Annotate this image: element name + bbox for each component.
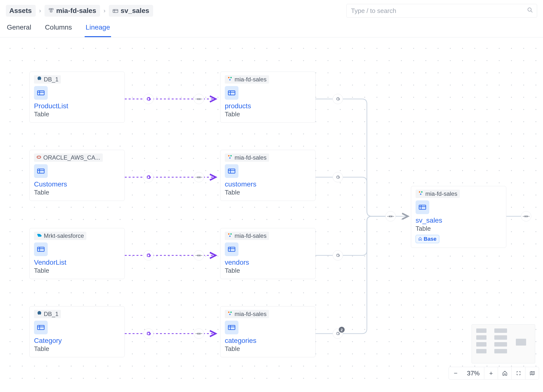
table-icon: [225, 164, 238, 178]
pipeline-gear-icon[interactable]: [333, 172, 343, 182]
home-button[interactable]: [498, 367, 511, 379]
svg-point-41: [229, 314, 231, 315]
base-badge: Base: [416, 235, 439, 243]
map-button[interactable]: [525, 367, 539, 379]
lineage-node-vendors[interactable]: mia-fd-sales vendors Table: [220, 228, 316, 279]
svg-point-40: [230, 312, 232, 313]
pipeline-gear-icon[interactable]: [333, 94, 343, 104]
node-type: Table: [225, 110, 311, 118]
lineage-node-category[interactable]: DB_1 Category Table: [29, 306, 125, 357]
count-badge: 2: [339, 327, 345, 333]
table-icon: [34, 164, 48, 178]
tab-lineage[interactable]: Lineage: [85, 20, 111, 37]
schema-color-icon: [418, 190, 423, 197]
svg-rect-48: [419, 205, 426, 209]
node-source-label: mia-fd-sales: [425, 190, 457, 197]
node-type: Table: [34, 189, 120, 196]
svg-rect-30: [228, 169, 235, 173]
table-icon: [225, 242, 238, 256]
node-source-label: mia-fd-sales: [235, 311, 267, 317]
tab-columns[interactable]: Columns: [44, 20, 73, 37]
search-input[interactable]: [351, 7, 527, 15]
zoom-level: 37%: [463, 370, 484, 377]
node-source-label: ORACLE_AWS_CA...: [43, 154, 100, 161]
svg-point-45: [419, 191, 420, 193]
node-type: Table: [34, 267, 120, 274]
base-badge-label: Base: [424, 236, 437, 242]
postgres-icon: [36, 311, 42, 317]
node-title: Customers: [34, 180, 120, 188]
chevron-right-icon: ›: [39, 7, 41, 14]
node-title: Category: [34, 337, 120, 345]
node-title: ProductList: [34, 102, 120, 110]
table-icon: [34, 321, 48, 334]
expand-downstream-icon[interactable]: ⇥⇤: [521, 211, 531, 221]
lineage-node-customers[interactable]: mia-fd-sales customers Table: [220, 150, 316, 201]
tabs: General Columns Lineage: [0, 20, 543, 37]
chevron-right-icon: ›: [103, 7, 105, 14]
table-icon: [113, 7, 118, 15]
breadcrumb-mid-label: mia-fd-sales: [56, 7, 96, 15]
svg-rect-36: [228, 247, 235, 251]
lineage-node-productlist[interactable]: DB_1 ProductList Table: [29, 72, 125, 123]
schema-color-icon: [227, 232, 233, 239]
svg-rect-15: [37, 247, 44, 251]
node-type: Table: [225, 345, 311, 353]
svg-rect-3: [113, 10, 118, 13]
svg-line-7: [531, 11, 532, 12]
svg-rect-24: [228, 91, 235, 95]
node-title: categories: [225, 337, 311, 345]
transform-gear-icon[interactable]: [143, 172, 154, 182]
salesforce-icon: [36, 232, 42, 239]
node-title: products: [225, 102, 311, 110]
lineage-node-vendorlist[interactable]: Mrkt-salesforce VendorList Table: [29, 228, 125, 279]
svg-rect-8: [37, 91, 44, 95]
node-title: sv_sales: [416, 217, 502, 224]
svg-point-47: [420, 194, 421, 195]
svg-point-21: [228, 77, 230, 78]
node-type: Table: [34, 345, 120, 353]
home-icon: [418, 236, 422, 242]
transform-gear-icon[interactable]: [143, 328, 154, 339]
breadcrumb-leaf[interactable]: sv_sales: [109, 5, 153, 17]
table-icon: [34, 242, 48, 256]
join-icon[interactable]: ⇥⇤: [194, 328, 204, 339]
node-source-label: mia-fd-sales: [235, 232, 267, 239]
svg-rect-18: [37, 325, 44, 330]
lineage-node-customers-source[interactable]: ORACLE_AWS_CA... Customers Table: [29, 150, 125, 201]
svg-point-34: [230, 233, 232, 235]
join-icon[interactable]: ⇥⇤: [194, 172, 204, 182]
zoom-in-button[interactable]: +: [484, 367, 498, 379]
table-icon: [34, 86, 48, 100]
transform-gear-icon[interactable]: [143, 250, 154, 261]
oracle-icon: [36, 154, 41, 161]
zoom-toolbar: − 37% +: [449, 367, 539, 380]
join-icon[interactable]: ⇥⇤: [385, 211, 396, 221]
svg-rect-0: [49, 9, 51, 10]
node-title: vendors: [225, 259, 311, 266]
lineage-node-products[interactable]: mia-fd-sales products Table: [220, 72, 316, 123]
minimap[interactable]: [472, 324, 535, 363]
search-box[interactable]: [346, 4, 537, 18]
node-type: Table: [225, 189, 311, 196]
zoom-out-button[interactable]: −: [449, 367, 463, 379]
join-icon[interactable]: ⇥⇤: [194, 94, 204, 104]
node-title: VendorList: [34, 259, 120, 266]
breadcrumb-mid[interactable]: mia-fd-sales: [45, 5, 100, 17]
search-icon: [527, 7, 533, 15]
node-type: Table: [34, 110, 120, 118]
breadcrumb-root[interactable]: Assets: [6, 5, 36, 17]
header-bar: Assets › mia-fd-sales › sv_sales: [0, 0, 543, 20]
svg-rect-11: [37, 156, 41, 158]
lineage-canvas[interactable]: ⇥⇤ ⇥⇤ ⇥⇤ ⇥⇤ 2 ⇥⇤ ⇥⇤ DB_1 ProductList Tab…: [0, 37, 543, 383]
lineage-node-sv-sales[interactable]: mia-fd-sales sv_sales Table Base: [411, 186, 506, 248]
node-source-label: DB_1: [44, 311, 58, 317]
lineage-node-categories[interactable]: mia-fd-sales categories Table: [220, 306, 316, 357]
fullscreen-button[interactable]: [511, 367, 525, 379]
join-icon[interactable]: ⇥⇤: [194, 250, 204, 261]
pipeline-gear-icon[interactable]: 2: [333, 328, 343, 339]
transform-gear-icon[interactable]: [143, 94, 154, 104]
svg-point-39: [228, 312, 230, 313]
pipeline-gear-icon[interactable]: [333, 250, 343, 261]
tab-general[interactable]: General: [6, 20, 32, 37]
